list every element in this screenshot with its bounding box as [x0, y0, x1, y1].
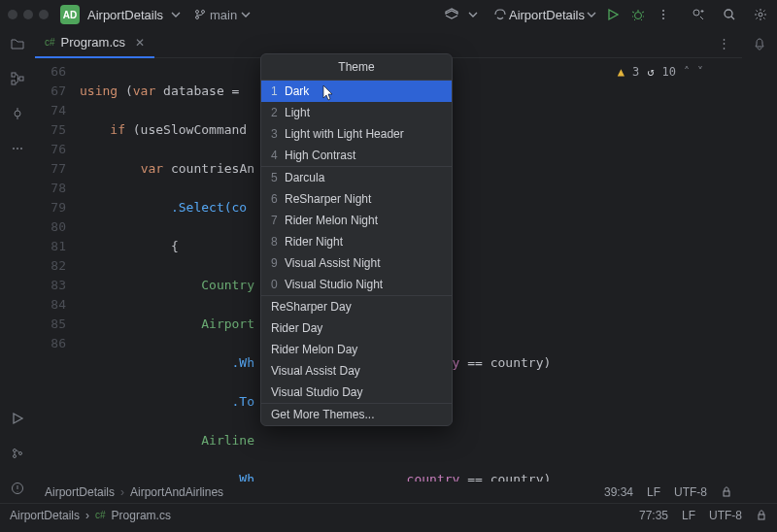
- run-tool-icon[interactable]: [9, 410, 26, 427]
- encoding[interactable]: UTF-8: [674, 485, 707, 499]
- caret-position[interactable]: 39:34: [604, 485, 633, 499]
- debug-button[interactable]: [629, 6, 647, 23]
- svg-point-5: [662, 14, 664, 16]
- run-config-icon: [493, 8, 507, 21]
- problems-tool-icon[interactable]: [9, 480, 26, 497]
- project-name[interactable]: AirportDetails: [87, 8, 163, 22]
- svg-rect-10: [12, 73, 16, 77]
- svg-point-1: [202, 11, 205, 14]
- svg-point-8: [725, 10, 732, 17]
- svg-point-16: [20, 148, 22, 150]
- svg-point-6: [662, 17, 664, 19]
- theme-get-more[interactable]: Get More Themes...: [261, 404, 452, 425]
- theme-item-visual-assist-day[interactable]: Visual Assist Day: [261, 360, 452, 382]
- chevron-down-icon: [587, 10, 596, 19]
- line-ending[interactable]: LF: [682, 509, 695, 522]
- right-toolbar: [742, 29, 777, 503]
- minimize-dot[interactable]: [23, 10, 33, 19]
- build-icon[interactable]: [443, 6, 460, 23]
- run-button[interactable]: [604, 6, 622, 23]
- breadcrumb: AirportDetails › AirportAndAirlines 39:3…: [35, 482, 742, 503]
- theme-item-resharper-day[interactable]: ReSharper Day: [261, 296, 452, 317]
- breadcrumb-item[interactable]: AirportAndAirlines: [130, 485, 223, 499]
- titlebar: AD AirportDetails main AirportDetails: [0, 0, 777, 29]
- theme-popup: Theme 1Dark2Light3Light with Light Heade…: [260, 53, 453, 426]
- tab-more-icon[interactable]: ⋮: [706, 36, 742, 50]
- mouse-cursor-icon: [321, 83, 336, 103]
- theme-item-light[interactable]: 2Light: [261, 102, 452, 123]
- popup-title: Theme: [261, 54, 452, 80]
- svg-point-3: [635, 13, 642, 19]
- svg-point-18: [14, 455, 17, 458]
- status-file[interactable]: Program.cs: [112, 509, 171, 522]
- branch-icon: [194, 9, 206, 20]
- csharp-file-icon: c#: [95, 510, 106, 520]
- code-with-me-icon[interactable]: [690, 6, 707, 23]
- window-controls[interactable]: [8, 10, 49, 19]
- svg-rect-22: [759, 515, 764, 519]
- readonly-icon[interactable]: [721, 485, 732, 499]
- theme-item-light-with-light-header[interactable]: 3Light with Light Header: [261, 123, 452, 145]
- theme-item-visual-studio-day[interactable]: Visual Studio Day: [261, 382, 452, 403]
- csharp-file-icon: c#: [45, 37, 55, 48]
- project-badge: AD: [60, 5, 80, 24]
- notifications-icon[interactable]: [751, 35, 768, 52]
- chevron-down-icon: [241, 10, 251, 19]
- chevron-right-icon: ›: [120, 485, 124, 499]
- warning-icon: ▲: [618, 62, 625, 82]
- svg-point-17: [14, 449, 17, 452]
- close-icon[interactable]: ✕: [135, 36, 145, 50]
- tab-program-cs[interactable]: c# Program.cs ✕: [35, 29, 154, 58]
- hint-icon: ↺: [647, 62, 654, 82]
- svg-point-0: [196, 11, 199, 14]
- theme-item-dark[interactable]: 1Dark: [261, 81, 452, 102]
- run-config[interactable]: AirportDetails: [493, 8, 596, 22]
- vcs-branch[interactable]: main: [194, 8, 251, 22]
- theme-item-rider-day[interactable]: Rider Day: [261, 317, 452, 339]
- run-config-name: AirportDetails: [509, 8, 585, 22]
- chevron-down-icon[interactable]: [171, 10, 181, 19]
- encoding[interactable]: UTF-8: [709, 509, 742, 522]
- chevron-down-icon[interactable]: ˅: [697, 62, 703, 82]
- svg-point-4: [662, 10, 664, 12]
- theme-item-rider-melon-day[interactable]: Rider Melon Day: [261, 339, 452, 360]
- svg-point-14: [13, 148, 15, 150]
- more-icon[interactable]: [655, 6, 672, 23]
- svg-point-13: [15, 111, 20, 116]
- svg-rect-11: [12, 81, 16, 84]
- chevron-down-icon[interactable]: [468, 10, 478, 19]
- left-toolbar: [0, 29, 35, 503]
- search-icon[interactable]: [721, 6, 738, 23]
- zoom-dot[interactable]: [39, 10, 49, 19]
- gutter: 666774757677787980818283848586: [35, 58, 74, 482]
- git-tool-icon[interactable]: [9, 445, 26, 462]
- theme-item-rider-night[interactable]: 8Rider Night: [261, 231, 452, 252]
- status-project[interactable]: AirportDetails: [10, 509, 80, 522]
- theme-item-resharper-night[interactable]: 6ReSharper Night: [261, 188, 452, 210]
- caret-position[interactable]: 77:35: [639, 509, 668, 522]
- breadcrumb-item[interactable]: AirportDetails: [45, 485, 115, 499]
- theme-item-visual-assist-night[interactable]: 9Visual Assist Night: [261, 252, 452, 274]
- project-tool-icon[interactable]: [9, 35, 26, 52]
- svg-rect-21: [724, 491, 729, 496]
- theme-item-rider-melon-night[interactable]: 7Rider Melon Night: [261, 210, 452, 231]
- settings-icon[interactable]: [752, 6, 769, 23]
- branch-name: main: [210, 8, 237, 22]
- commit-tool-icon[interactable]: [9, 105, 26, 122]
- svg-point-7: [693, 10, 699, 16]
- close-dot[interactable]: [8, 10, 17, 19]
- theme-item-visual-studio-night[interactable]: 0Visual Studio Night: [261, 274, 452, 295]
- inspection-widget[interactable]: ▲3 ↺10 ˄ ˅: [618, 62, 703, 82]
- theme-item-darcula[interactable]: 5Darcula: [261, 167, 452, 188]
- line-ending[interactable]: LF: [647, 485, 660, 499]
- structure-tool-icon[interactable]: [9, 70, 26, 87]
- svg-point-9: [759, 13, 762, 17]
- svg-point-15: [17, 148, 18, 150]
- status-bar: AirportDetails › c# Program.cs 77:35 LF …: [0, 503, 777, 526]
- more-tools-icon[interactable]: [9, 140, 26, 157]
- chevron-up-icon[interactable]: ˄: [684, 62, 690, 82]
- readonly-icon[interactable]: [756, 509, 767, 522]
- tab-label: Program.cs: [61, 35, 125, 50]
- theme-item-high-contrast[interactable]: 4High Contrast: [261, 145, 452, 166]
- svg-rect-12: [19, 77, 23, 81]
